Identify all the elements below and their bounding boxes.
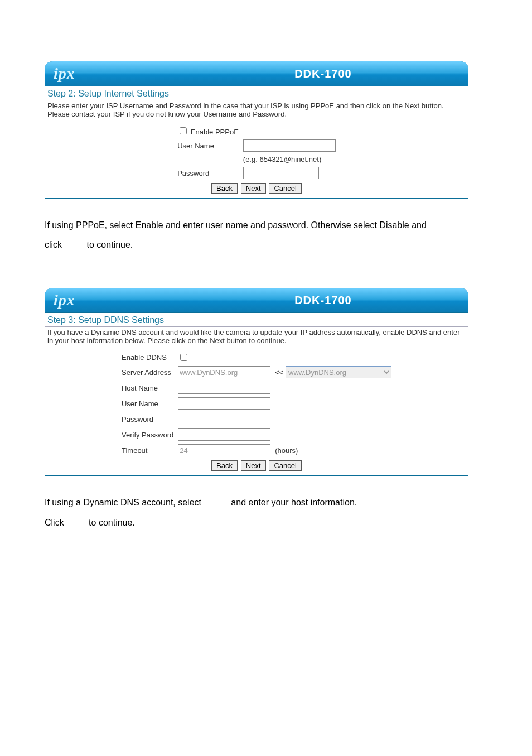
ddns-username-input[interactable] [178, 397, 270, 410]
next-button[interactable]: Next [241, 183, 266, 194]
instruction-text-1: If using PPPoE, select Enable and enter … [45, 215, 487, 254]
form-body: Enable PPPoE User Name (e.g. 654321@hine… [45, 122, 468, 199]
cancel-button[interactable]: Cancel [269, 460, 301, 471]
timeout-label: Timeout [119, 442, 176, 458]
enable-pppoe-label: Enable PPPoE [191, 128, 239, 136]
step-description: Please enter your ISP Username and Passw… [45, 100, 468, 122]
verify-password-label: Verify Password [119, 427, 176, 442]
step-title: Step 2: Setup Internet Settings [45, 86, 468, 100]
username-hint: (e.g. 654321@hinet.net) [241, 153, 338, 165]
timeout-unit: (hours) [273, 442, 394, 458]
next-button[interactable]: Next [241, 460, 266, 471]
hostname-label: Host Name [119, 380, 176, 396]
password-input[interactable] [243, 167, 319, 179]
hostname-input[interactable] [178, 382, 270, 394]
button-row: Back Next Cancel [45, 181, 468, 194]
model-title: DDK-1700 [187, 68, 460, 80]
instruction-text-2: If using a Dynamic DNS account, select a… [45, 493, 487, 532]
back-button[interactable]: Back [211, 183, 238, 194]
document-page: ipx DDK-1700 Step 2: Setup Internet Sett… [0, 0, 532, 532]
button-row: Back Next Cancel [45, 458, 468, 471]
back-button[interactable]: Back [211, 460, 238, 471]
timeout-input[interactable] [178, 444, 270, 456]
panel-step3: ipx DDK-1700 Step 3: Setup DDNS Settings… [45, 288, 468, 476]
step-description: If you have a Dynamic DNS account and wo… [45, 326, 468, 348]
model-title: DDK-1700 [187, 294, 460, 307]
username-label: User Name [119, 396, 176, 411]
password-label: Password [119, 411, 176, 427]
verify-password-input[interactable] [178, 428, 270, 441]
server-address-input[interactable] [178, 366, 270, 378]
server-address-select[interactable]: www.DynDNS.org [286, 366, 391, 378]
cancel-button[interactable]: Cancel [269, 183, 301, 194]
panel-step2: ipx DDK-1700 Step 2: Setup Internet Sett… [45, 61, 468, 199]
enable-ddns-label: Enable DDNS [119, 350, 176, 364]
username-label: User Name [175, 138, 241, 153]
password-label: Password [175, 165, 241, 181]
enable-ddns-checkbox[interactable] [180, 354, 187, 361]
copy-arrow: << [275, 368, 283, 377]
panel-header: ipx DDK-1700 [45, 288, 468, 313]
username-input[interactable] [243, 139, 336, 152]
brand-logo: ipx [54, 291, 75, 309]
form-body: Enable DDNS Server Address << www.DynDNS… [45, 348, 468, 476]
panel-header: ipx DDK-1700 [45, 61, 468, 86]
brand-logo: ipx [54, 65, 75, 83]
server-address-label: Server Address [119, 364, 176, 380]
enable-pppoe-checkbox[interactable] [180, 127, 187, 134]
ddns-password-input[interactable] [178, 413, 270, 425]
step-title: Step 3: Setup DDNS Settings [45, 313, 468, 326]
